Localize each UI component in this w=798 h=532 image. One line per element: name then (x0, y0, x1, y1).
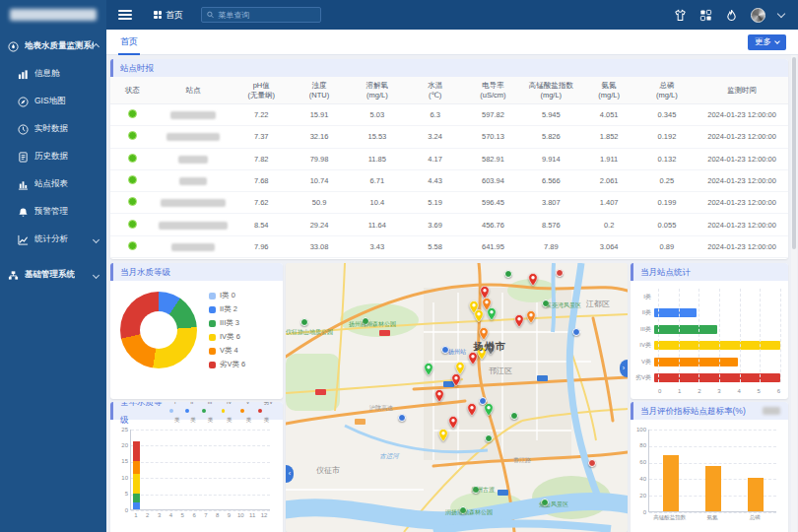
station-pin-green[interactable] (424, 363, 433, 376)
bar-高锰酸盐指数[interactable] (663, 455, 679, 511)
station-pin-yellow[interactable] (474, 309, 484, 323)
map-poi-blue[interactable] (441, 346, 449, 354)
map-poi-green[interactable] (510, 412, 518, 420)
legend-item[interactable]: IV类 6 (209, 332, 245, 342)
map-poi-green[interactable] (542, 299, 550, 307)
stations-map[interactable]: 扬州市江都区邗江区仪征市古运河沪陕高速春江路扬州西湖森林公园仪征捺山地质公园润扬… (286, 263, 628, 532)
station-pin-red[interactable] (514, 314, 524, 328)
bar-II类[interactable] (654, 308, 697, 317)
user-avatar[interactable] (751, 8, 765, 23)
y-tick-label: 20 (115, 442, 128, 448)
sidebar-item-history-data[interactable]: 历史数据 (0, 143, 106, 170)
station-pin-orange[interactable] (526, 310, 536, 324)
bar-氨氮[interactable] (705, 466, 721, 511)
station-pin-green[interactable] (487, 307, 497, 321)
sidebar-group-base-management[interactable]: 基础管理系统 (0, 261, 106, 289)
status-dot-green (128, 154, 137, 163)
stack-segment-III类[interactable] (133, 494, 140, 503)
status-cell (110, 109, 155, 120)
user-menu-chevron-icon[interactable] (777, 9, 785, 17)
x-tick-label: 5 (758, 388, 761, 394)
map-poi-red[interactable] (556, 269, 564, 277)
x-tick-label: 氨氮 (691, 512, 733, 521)
stack-segment-II类[interactable] (133, 502, 140, 509)
station-pin-orange[interactable] (479, 327, 489, 341)
map-poi-blue[interactable] (398, 414, 406, 422)
layout-icon[interactable] (699, 9, 712, 22)
status-cell (110, 220, 155, 231)
page-scrollbar[interactable] (791, 55, 797, 532)
hamburger-menu-icon[interactable] (118, 10, 132, 20)
table-row[interactable]: 7.82 79.98 11.85 4.17 582.91 9.914 1.911… (110, 149, 788, 170)
scrollbar-thumb[interactable] (792, 57, 796, 249)
tab-home[interactable]: 首页 (118, 30, 140, 55)
turbidity-cell: 32.16 (291, 132, 349, 141)
map-right-collapse-handle[interactable]: › (620, 360, 628, 377)
x-tick-label: 5 (176, 510, 188, 518)
table-row[interactable]: 8.54 29.24 11.64 3.69 456.76 8.576 0.2 0… (110, 214, 788, 235)
station-name-redacted (179, 177, 207, 185)
map-poi-green[interactable] (504, 270, 512, 278)
y-tick-label: 5 (115, 491, 128, 497)
breadcrumb-home[interactable]: 首页 (154, 9, 183, 22)
bar-劣V类[interactable] (654, 373, 780, 382)
table-row[interactable]: 7.96 33.08 3.43 5.58 641.95 7.89 3.064 0… (110, 236, 788, 258)
legend-item[interactable]: V类 4 (209, 346, 245, 356)
sidebar-item-warning-management[interactable]: 预警管理 (0, 198, 106, 226)
map-poi-green[interactable] (300, 318, 308, 326)
station-pin-red[interactable] (451, 373, 461, 387)
map-poi-green[interactable] (541, 499, 549, 506)
station-pin-green[interactable] (484, 403, 494, 417)
table-row[interactable]: 7.37 32.16 15.53 3.24 570.13 5.826 1.852… (110, 126, 788, 148)
stack-segment-劣V类[interactable] (133, 441, 140, 461)
sidebar-item-station-report[interactable]: 站点报表 (0, 170, 106, 198)
more-button[interactable]: 更多 (748, 34, 786, 50)
map-poi-green[interactable] (485, 434, 493, 442)
legend-item[interactable]: I类 0 (209, 291, 245, 300)
category-label: III类 (634, 325, 654, 334)
menu-search-box[interactable] (201, 7, 321, 23)
map-poi-red[interactable] (588, 459, 596, 467)
station-pin-yellow[interactable] (455, 362, 465, 375)
table-row[interactable]: 7.62 50.9 10.4 5.19 596.45 3.807 1.407 0… (110, 192, 788, 214)
stack-segment-IV类[interactable] (133, 474, 140, 494)
water-grade-donut[interactable] (120, 292, 197, 368)
bar-IV类[interactable] (654, 341, 780, 350)
conductivity-cell: 570.13 (464, 132, 522, 141)
flame-icon[interactable] (725, 9, 738, 22)
station-pin-red[interactable] (434, 389, 444, 403)
station-pin-yellow[interactable] (438, 429, 448, 442)
map-label: 邗江区 (489, 366, 512, 376)
sidebar-item-info-cabin[interactable]: 信息舱 (0, 60, 106, 88)
sidebar-item-statistics-analysis[interactable]: 统计分析 (0, 226, 106, 253)
station-pin-red[interactable] (528, 273, 538, 287)
stack-segment-V类[interactable] (133, 461, 140, 474)
bar-总磷[interactable] (748, 478, 764, 511)
station-pin-red[interactable] (467, 403, 477, 417)
legend-item[interactable]: II类 2 (209, 304, 245, 314)
status-cell (110, 131, 155, 142)
menu-search-input[interactable] (218, 11, 315, 20)
table-row[interactable]: 7.68 10.74 6.71 4.43 603.94 6.566 2.061 … (110, 170, 788, 192)
sidebar-item-realtime-data[interactable]: 实时数据 (0, 115, 106, 143)
station-pin-red[interactable] (448, 416, 458, 430)
map-poi-green[interactable] (459, 506, 467, 514)
bar-III类[interactable] (654, 325, 717, 334)
status-dot-green (128, 131, 137, 140)
map-poi-green[interactable] (362, 317, 369, 325)
table-row[interactable]: 7.22 15.91 5.03 6.3 597.82 5.945 4.051 0… (110, 104, 788, 126)
sidebar-group-surface-water-system[interactable]: 地表水质量监测系统 (0, 33, 106, 60)
station-pin-gray[interactable] (486, 342, 496, 356)
theme-shirt-icon[interactable] (674, 9, 687, 22)
time-cell: 2024-01-23 12:00:00 (696, 132, 788, 141)
x-tick-label: 9 (224, 510, 235, 518)
map-poi-green[interactable] (472, 486, 480, 494)
legend-dot (209, 320, 216, 327)
bar-V类[interactable] (654, 358, 738, 366)
map-poi-blue[interactable] (572, 328, 580, 336)
ph-cell: 7.96 (233, 242, 291, 251)
sidebar-item-gis-map[interactable]: GIS地图 (0, 88, 106, 115)
legend-item[interactable]: III类 3 (209, 318, 245, 328)
sidebar-item-label: 站点报表 (34, 178, 68, 190)
legend-item[interactable]: 劣V类 6 (209, 360, 245, 369)
